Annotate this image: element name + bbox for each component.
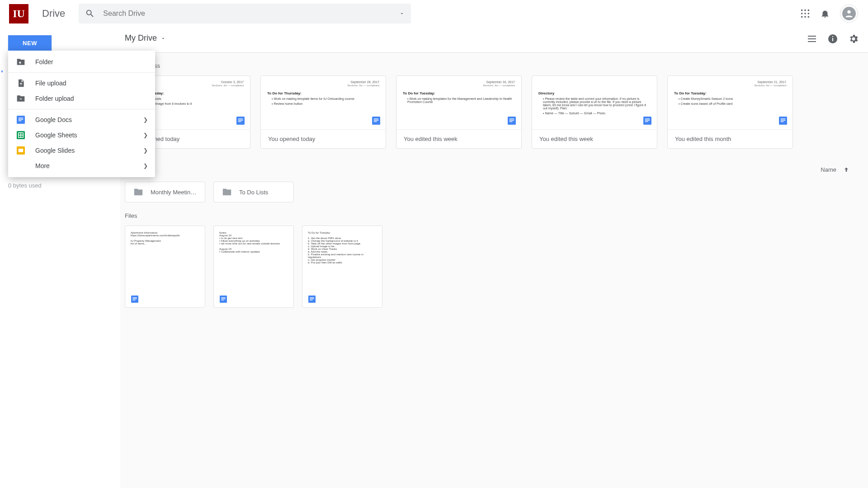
svg-point-3 [801,13,803,14]
brand-logo[interactable]: IU [9,4,28,23]
section-label-quick-access: Quick Access [125,62,859,69]
quick-access-card[interactable]: September 26, 2017 Sections: list — comp… [396,75,522,149]
menu-item-google-slides[interactable]: Google Slides ❯ [8,143,155,158]
quick-access-card[interactable]: Directory • Please review the table and … [532,75,657,149]
doc-preview: Directory • Please review the table and … [532,76,657,129]
app-header: IU Drive [0,0,868,27]
svg-rect-28 [374,119,379,120]
folder-upload-icon [16,94,25,103]
svg-rect-53 [310,299,314,299]
doc-date: October 3, 2017 [221,80,244,84]
menu-label: File upload [35,80,66,87]
card-footer: You edited this month [668,129,793,148]
folder-name: To Do Lists [239,189,268,196]
chevron-right-icon: ❯ [143,163,148,169]
menu-item-folder[interactable]: Folder [8,54,155,70]
google-docs-icon [219,295,227,303]
dropdown-caret-icon [160,36,166,41]
storage-used-label: 0 bytes used [8,182,42,189]
svg-rect-16 [19,121,22,122]
svg-rect-44 [132,297,137,298]
menu-separator [8,109,155,109]
blank-icon [16,161,25,170]
menu-label: Google Slides [35,147,75,154]
search-icon [85,9,95,19]
card-footer: You edited this week [396,129,521,148]
doc-preview: September 21, 2017 Sections: list — comp… [668,76,793,129]
svg-rect-46 [132,300,135,300]
doc-subtitle: Sections: list — completed [347,84,379,87]
svg-point-4 [804,13,806,14]
apps-grid-icon[interactable] [800,9,810,19]
brand-name[interactable]: Drive [42,8,65,19]
search-box[interactable] [79,4,411,23]
folder-card[interactable]: Monthly Meetin… [125,182,205,202]
search-options-caret-icon[interactable] [399,11,405,16]
svg-rect-41 [781,120,786,121]
info-icon[interactable] [827,33,838,44]
current-location-dropdown[interactable]: My Drive [125,33,166,43]
file-preview: NotesAugust 14• to do get new text• foll… [214,226,293,292]
google-docs-icon [308,295,316,303]
menu-item-file-upload[interactable]: File upload [8,75,155,91]
folder-plus-icon [16,57,25,66]
folder-card[interactable]: To Do Lists [213,182,294,202]
svg-rect-38 [645,122,648,122]
google-sheets-icon [16,131,25,140]
svg-rect-22 [19,149,24,152]
quick-access-card[interactable]: September 21, 2017 Sections: list — comp… [667,75,793,149]
file-upload-icon [16,79,25,88]
svg-point-9 [847,10,850,14]
svg-rect-30 [374,122,377,122]
svg-point-7 [804,16,806,18]
svg-rect-12 [832,36,833,37]
doc-title: To Do for Thursday: [267,91,379,95]
sidebar-expand-marker-icon[interactable] [0,68,5,75]
google-docs-icon [131,295,139,303]
doc-subtitle: Sections: list — completed [212,84,244,87]
card-footer: You opened today [261,129,386,148]
menu-separator [8,72,155,73]
list-view-icon[interactable] [807,33,817,44]
menu-item-more[interactable]: More ❯ [8,158,155,174]
google-docs-icon [236,116,245,126]
chevron-right-icon: ❯ [143,147,148,154]
file-card[interactable]: Apartment Informationhttps://www.apartme… [125,225,205,308]
svg-point-5 [808,13,810,14]
current-location-label: My Drive [125,33,157,43]
section-label-files: Files [125,212,859,219]
new-button[interactable]: NEW [8,35,52,51]
search-input[interactable] [103,9,399,18]
card-footer: You edited this week [532,129,657,148]
folder-name: Monthly Meetin… [151,189,196,196]
svg-rect-34 [509,122,513,122]
menu-item-google-docs[interactable]: Google Docs ❯ [8,112,155,127]
svg-rect-52 [310,297,314,298]
doc-title: Directory [538,91,651,95]
menu-item-google-sheets[interactable]: Google Sheets ❯ [8,127,155,143]
menu-item-folder-upload[interactable]: Folder upload [8,91,155,106]
new-menu: Folder File upload Folder upload Google … [8,51,155,177]
file-card[interactable]: NotesAugust 14• to do get new text• foll… [213,225,294,308]
folder-icon [133,187,143,197]
google-docs-icon [778,116,788,126]
main-content: Quick Access October 3, 2017 Sections: l… [120,52,859,488]
settings-gear-icon[interactable] [848,33,859,44]
folder-icon [222,187,232,197]
notifications-icon[interactable] [820,9,830,19]
svg-rect-50 [221,300,224,300]
doc-subtitle: Sections: list — completed [483,84,515,87]
sort-by-name[interactable]: Name [821,166,850,174]
svg-rect-15 [19,119,24,120]
quick-access-card[interactable]: September 28, 2017 Sections: list — comp… [260,75,386,149]
chevron-right-icon: ❯ [143,132,148,138]
chevron-right-icon: ❯ [143,117,148,123]
svg-rect-36 [645,119,650,120]
file-card[interactable]: To Do for Tuesday:1. Get the about FMG d… [302,225,382,308]
svg-rect-24 [238,119,243,120]
file-preview: To Do for Tuesday:1. Get the about FMG d… [302,226,382,292]
menu-label: Folder [35,58,53,66]
doc-date: September 26, 2017 [486,80,515,84]
account-avatar[interactable] [840,5,858,23]
svg-rect-49 [221,299,225,299]
